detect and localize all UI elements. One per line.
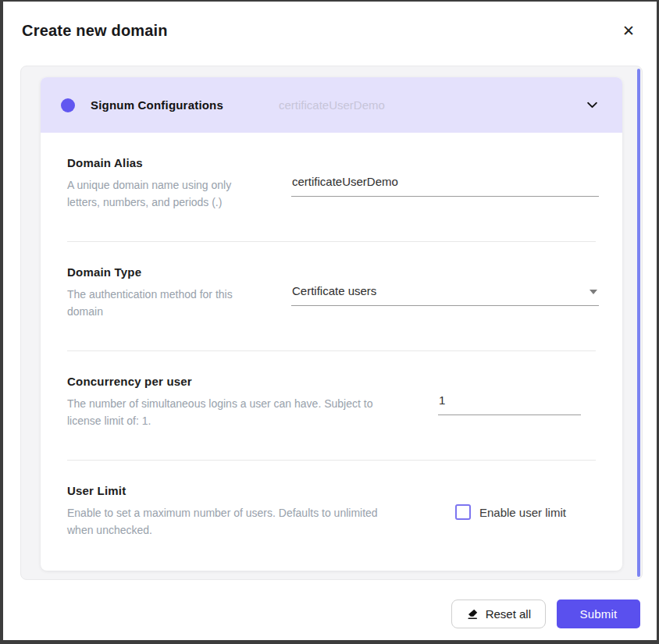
create-domain-modal: { "modal": { "title": "Create new domain… [0, 0, 659, 644]
field-row-domain-type: Domain Type The authentication method fo… [67, 242, 596, 351]
field-description: The authentication method for this domai… [67, 286, 255, 320]
chevron-down-icon[interactable] [586, 98, 599, 112]
eraser-icon [466, 608, 479, 621]
checkbox-label: Enable user limit [479, 506, 566, 519]
field-label: Domain Type [67, 242, 596, 279]
modal-footer: Reset all Submit [451, 600, 640, 628]
dropdown-arrow-icon [590, 290, 597, 294]
field-row-concurrency: Concurrency per user The number of simul… [67, 351, 596, 461]
reset-all-button[interactable]: Reset all [451, 600, 546, 628]
domain-type-select[interactable]: Certificate users [291, 283, 599, 306]
form-body: Domain Alias A unique domain name using … [41, 133, 622, 570]
domain-type-selected-value: Certificate users [292, 284, 376, 297]
user-limit-checkbox[interactable] [455, 504, 471, 520]
accordion-header-signum-configurations[interactable]: Signum Configurations certificateUserDem… [41, 77, 622, 133]
field-row-user-limit: User Limit Enable to set a maximum numbe… [67, 461, 596, 570]
page-title: Create new domain [22, 22, 168, 40]
submit-button[interactable]: Submit [557, 600, 640, 628]
field-row-domain-alias: Domain Alias A unique domain name using … [67, 133, 596, 242]
content-panel: Signum Configurations certificateUserDem… [20, 66, 643, 580]
configuration-card: Signum Configurations certificateUserDem… [41, 77, 622, 571]
domain-alias-input[interactable] [291, 173, 599, 197]
field-description: Enable to set a maximum number of users.… [67, 504, 389, 539]
field-description: A unique domain name using only letters,… [67, 176, 255, 211]
field-description: The number of simultaneous logins a user… [67, 395, 404, 429]
status-dot-icon [61, 98, 75, 112]
accordion-title: Signum Configurations [91, 98, 223, 112]
accordion-subtitle: certificateUserDemo [279, 98, 385, 112]
concurrency-input[interactable] [438, 392, 581, 415]
field-label: Concurrency per user [67, 351, 596, 388]
scrollbar[interactable] [637, 69, 640, 577]
reset-button-label: Reset all [486, 607, 531, 621]
field-label: Domain Alias [67, 133, 596, 169]
field-label: User Limit [67, 461, 596, 497]
close-icon[interactable]: ✕ [622, 23, 635, 38]
